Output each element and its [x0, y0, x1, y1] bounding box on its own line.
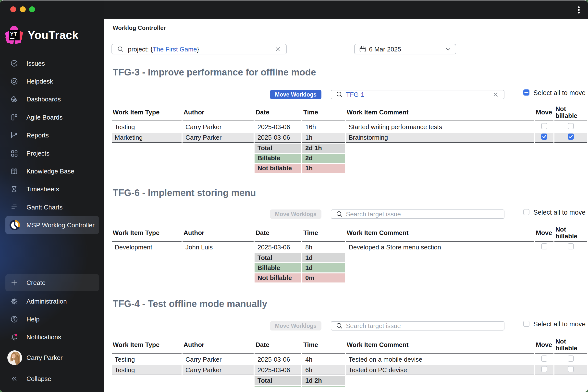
svg-text:YT: YT — [10, 31, 17, 37]
